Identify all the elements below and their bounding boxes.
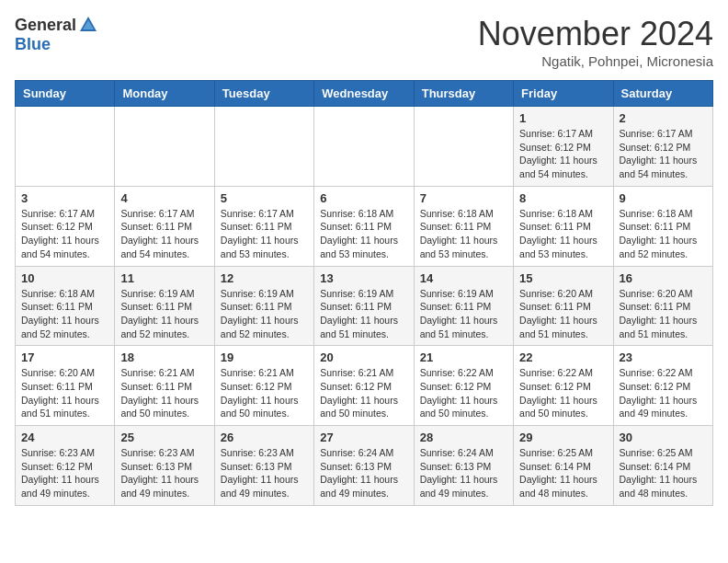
calendar-cell: 2Sunrise: 6:17 AM Sunset: 6:12 PM Daylig… <box>613 107 712 187</box>
day-number: 7 <box>420 191 507 205</box>
calendar-cell <box>16 107 115 187</box>
day-number: 4 <box>120 191 208 205</box>
calendar-cell: 22Sunrise: 6:22 AM Sunset: 6:12 PM Dayli… <box>514 346 613 426</box>
calendar-cell: 27Sunrise: 6:24 AM Sunset: 6:13 PM Dayli… <box>314 426 414 506</box>
weekday-header-row: SundayMondayTuesdayWednesdayThursdayFrid… <box>16 81 713 107</box>
logo-blue-text: Blue <box>15 35 51 54</box>
day-info: Sunrise: 6:24 AM Sunset: 6:13 PM Dayligh… <box>420 446 507 500</box>
title-section: November 2024 Ngatik, Pohnpei, Micronesi… <box>478 15 713 69</box>
weekday-header-tuesday: Tuesday <box>214 81 313 107</box>
day-info: Sunrise: 6:17 AM Sunset: 6:11 PM Dayligh… <box>120 207 208 261</box>
day-info: Sunrise: 6:21 AM Sunset: 6:11 PM Dayligh… <box>120 366 208 420</box>
calendar-cell: 14Sunrise: 6:19 AM Sunset: 6:11 PM Dayli… <box>414 266 513 346</box>
day-info: Sunrise: 6:22 AM Sunset: 6:12 PM Dayligh… <box>420 366 507 420</box>
weekday-header-wednesday: Wednesday <box>314 81 414 107</box>
day-info: Sunrise: 6:23 AM Sunset: 6:13 PM Dayligh… <box>221 446 308 500</box>
calendar-cell: 29Sunrise: 6:25 AM Sunset: 6:14 PM Dayli… <box>514 426 613 506</box>
calendar-cell: 19Sunrise: 6:21 AM Sunset: 6:12 PM Dayli… <box>214 346 313 426</box>
weekday-header-saturday: Saturday <box>613 81 712 107</box>
day-number: 12 <box>221 271 308 285</box>
day-number: 22 <box>519 350 607 364</box>
calendar-cell <box>115 107 214 187</box>
calendar-cell: 16Sunrise: 6:20 AM Sunset: 6:11 PM Dayli… <box>613 266 712 346</box>
calendar-cell <box>314 107 414 187</box>
week-row-4: 24Sunrise: 6:23 AM Sunset: 6:12 PM Dayli… <box>16 426 713 506</box>
day-info: Sunrise: 6:20 AM Sunset: 6:11 PM Dayligh… <box>21 366 108 420</box>
day-number: 20 <box>320 350 407 364</box>
calendar-cell: 3Sunrise: 6:17 AM Sunset: 6:12 PM Daylig… <box>16 186 115 266</box>
day-info: Sunrise: 6:17 AM Sunset: 6:12 PM Dayligh… <box>620 127 707 181</box>
calendar-cell: 6Sunrise: 6:18 AM Sunset: 6:11 PM Daylig… <box>314 186 414 266</box>
day-number: 6 <box>320 191 407 205</box>
day-info: Sunrise: 6:25 AM Sunset: 6:14 PM Dayligh… <box>519 446 607 500</box>
day-info: Sunrise: 6:19 AM Sunset: 6:11 PM Dayligh… <box>221 287 308 341</box>
calendar-cell: 13Sunrise: 6:19 AM Sunset: 6:11 PM Dayli… <box>314 266 414 346</box>
location: Ngatik, Pohnpei, Micronesia <box>478 53 713 69</box>
calendar-cell: 23Sunrise: 6:22 AM Sunset: 6:12 PM Dayli… <box>613 346 712 426</box>
calendar-cell: 28Sunrise: 6:24 AM Sunset: 6:13 PM Dayli… <box>414 426 513 506</box>
day-number: 3 <box>21 191 108 205</box>
week-row-1: 3Sunrise: 6:17 AM Sunset: 6:12 PM Daylig… <box>16 186 713 266</box>
weekday-header-sunday: Sunday <box>16 81 115 107</box>
day-info: Sunrise: 6:18 AM Sunset: 6:11 PM Dayligh… <box>420 207 507 261</box>
calendar-cell: 30Sunrise: 6:25 AM Sunset: 6:14 PM Dayli… <box>613 426 712 506</box>
day-number: 14 <box>420 271 507 285</box>
calendar-cell: 8Sunrise: 6:18 AM Sunset: 6:11 PM Daylig… <box>514 186 613 266</box>
day-info: Sunrise: 6:17 AM Sunset: 6:12 PM Dayligh… <box>519 127 607 181</box>
weekday-header-monday: Monday <box>115 81 214 107</box>
calendar-cell <box>414 107 513 187</box>
day-number: 15 <box>519 271 607 285</box>
day-number: 2 <box>620 111 707 125</box>
day-number: 18 <box>120 350 208 364</box>
day-info: Sunrise: 6:18 AM Sunset: 6:11 PM Dayligh… <box>320 207 407 261</box>
weekday-header-friday: Friday <box>514 81 613 107</box>
page-header: General Blue November 2024 Ngatik, Pohnp… <box>15 15 713 69</box>
calendar-cell: 24Sunrise: 6:23 AM Sunset: 6:12 PM Dayli… <box>16 426 115 506</box>
day-info: Sunrise: 6:23 AM Sunset: 6:12 PM Dayligh… <box>21 446 108 500</box>
day-number: 16 <box>620 271 707 285</box>
calendar-cell: 9Sunrise: 6:18 AM Sunset: 6:11 PM Daylig… <box>613 186 712 266</box>
day-info: Sunrise: 6:23 AM Sunset: 6:13 PM Dayligh… <box>120 446 208 500</box>
calendar-cell: 4Sunrise: 6:17 AM Sunset: 6:11 PM Daylig… <box>115 186 214 266</box>
day-info: Sunrise: 6:18 AM Sunset: 6:11 PM Dayligh… <box>620 207 707 261</box>
calendar-cell: 17Sunrise: 6:20 AM Sunset: 6:11 PM Dayli… <box>16 346 115 426</box>
day-info: Sunrise: 6:18 AM Sunset: 6:11 PM Dayligh… <box>21 287 108 341</box>
day-info: Sunrise: 6:17 AM Sunset: 6:12 PM Dayligh… <box>21 207 108 261</box>
calendar-cell: 18Sunrise: 6:21 AM Sunset: 6:11 PM Dayli… <box>115 346 214 426</box>
logo: General Blue <box>15 15 98 54</box>
day-number: 11 <box>120 271 208 285</box>
month-title: November 2024 <box>478 15 713 53</box>
day-info: Sunrise: 6:18 AM Sunset: 6:11 PM Dayligh… <box>519 207 607 261</box>
calendar-cell: 11Sunrise: 6:19 AM Sunset: 6:11 PM Dayli… <box>115 266 214 346</box>
calendar-table: SundayMondayTuesdayWednesdayThursdayFrid… <box>15 80 713 506</box>
day-number: 24 <box>21 431 108 444</box>
day-info: Sunrise: 6:19 AM Sunset: 6:11 PM Dayligh… <box>320 287 407 341</box>
calendar-cell: 7Sunrise: 6:18 AM Sunset: 6:11 PM Daylig… <box>414 186 513 266</box>
day-number: 13 <box>320 271 407 285</box>
day-info: Sunrise: 6:20 AM Sunset: 6:11 PM Dayligh… <box>519 287 607 341</box>
calendar-cell: 25Sunrise: 6:23 AM Sunset: 6:13 PM Dayli… <box>115 426 214 506</box>
calendar-cell: 15Sunrise: 6:20 AM Sunset: 6:11 PM Dayli… <box>514 266 613 346</box>
day-number: 1 <box>519 111 607 125</box>
day-info: Sunrise: 6:17 AM Sunset: 6:11 PM Dayligh… <box>221 207 308 261</box>
day-info: Sunrise: 6:22 AM Sunset: 6:12 PM Dayligh… <box>620 366 707 420</box>
week-row-0: 1Sunrise: 6:17 AM Sunset: 6:12 PM Daylig… <box>16 107 713 187</box>
day-number: 21 <box>420 350 507 364</box>
day-number: 9 <box>620 191 707 205</box>
day-number: 27 <box>320 431 407 444</box>
day-info: Sunrise: 6:19 AM Sunset: 6:11 PM Dayligh… <box>420 287 507 341</box>
day-number: 17 <box>21 350 108 364</box>
day-info: Sunrise: 6:25 AM Sunset: 6:14 PM Dayligh… <box>620 446 707 500</box>
logo-general-text: General <box>15 16 76 35</box>
calendar-cell: 26Sunrise: 6:23 AM Sunset: 6:13 PM Dayli… <box>214 426 313 506</box>
day-number: 19 <box>221 350 308 364</box>
calendar-cell <box>214 107 313 187</box>
logo-icon <box>78 15 98 35</box>
day-number: 23 <box>620 350 707 364</box>
day-info: Sunrise: 6:19 AM Sunset: 6:11 PM Dayligh… <box>120 287 208 341</box>
weekday-header-thursday: Thursday <box>414 81 513 107</box>
day-info: Sunrise: 6:22 AM Sunset: 6:12 PM Dayligh… <box>519 366 607 420</box>
day-info: Sunrise: 6:21 AM Sunset: 6:12 PM Dayligh… <box>320 366 407 420</box>
calendar-cell: 10Sunrise: 6:18 AM Sunset: 6:11 PM Dayli… <box>16 266 115 346</box>
calendar-cell: 12Sunrise: 6:19 AM Sunset: 6:11 PM Dayli… <box>214 266 313 346</box>
